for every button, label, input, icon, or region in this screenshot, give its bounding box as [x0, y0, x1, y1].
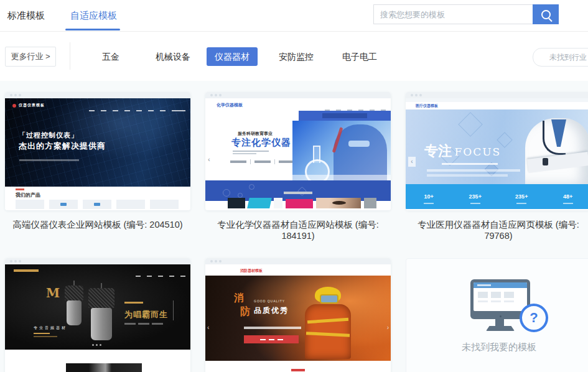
search-button[interactable]: [533, 4, 559, 24]
template-card-184191[interactable]: 化学仪器模板 服务科研教育事业 专注化学仪器 ‹: [205, 92, 391, 210]
firefighter-graphic: [299, 287, 358, 361]
carousel-left-icon: ‹: [408, 157, 416, 167]
side-label: 专业音频器材: [34, 325, 67, 331]
category-instrument-selected[interactable]: 仪器器材: [207, 47, 258, 66]
subtext-bar: [244, 327, 301, 329]
hexagon-decoration: [458, 112, 483, 137]
question-mark-icon: ?: [520, 304, 548, 332]
lab-scientist-photo: [292, 121, 391, 180]
subtext-bars: [124, 323, 163, 325]
active-tab-underline: [65, 29, 120, 30]
quality-english-label: GOOD QUALITY: [254, 299, 285, 303]
fire-hero-banner: 消 防 GOOD QUALITY 品质优秀 ‹ ›: [205, 276, 391, 361]
section-title-bar-red: [291, 369, 305, 371]
search-input[interactable]: [373, 4, 533, 24]
screen-content-lines: [474, 298, 527, 302]
template-preview: 仪器仪表模板 「过程控制仪表」 杰出的方案解决提供商 我们的产品: [5, 92, 190, 210]
carousel-dots: [92, 344, 101, 346]
microphone-label-bar: [124, 302, 143, 304]
browser-chrome-bar: [205, 258, 391, 264]
template-marketplace-page: 标准模板 自适应模板 更多行业 > 五金 机械设备 仪器器材 安防监控 电子电工…: [0, 0, 588, 372]
preview-logo: 化学仪器模板: [217, 102, 243, 108]
browser-chrome-bar: [5, 258, 190, 264]
preview-headline-2: 杰出的方案解决提供商: [19, 141, 106, 152]
filter-divider: [70, 42, 70, 70]
tab-standard-templates[interactable]: 标准模板: [7, 0, 45, 31]
vertical-headline-char: 防: [240, 305, 250, 319]
preview-subtext-bar: [19, 159, 79, 161]
preview-hero: 化学仪器模板 服务科研教育事业 专注化学仪器 ‹: [205, 98, 391, 210]
preview-logo: 医疗仪器模板: [416, 103, 438, 109]
tab-adaptive-templates[interactable]: 自适应模板: [70, 0, 117, 31]
template-preview: 消防器材模板 消 防 GOOD QUALITY 品质优秀: [205, 258, 391, 372]
category-hardware[interactable]: 五金: [93, 47, 128, 66]
category-electronics[interactable]: 电子电工: [336, 47, 383, 66]
template-caption[interactable]: 高端仪器仪表企业网站模板 (编号: 204510): [5, 219, 190, 231]
preview-logo: 消防器材模板: [240, 268, 263, 274]
logo-icon: [12, 104, 16, 108]
stat-item: 48+: [545, 184, 588, 209]
subtext-bar: [427, 174, 508, 177]
product-thumbnails: [16, 200, 179, 209]
template-preview: 化学仪器模板 服务科研教育事业 专注化学仪器 ‹: [205, 92, 391, 210]
screen-content-blocks: [474, 288, 527, 298]
preview-nav-menu: [83, 105, 185, 116]
doctor-photo: [518, 109, 588, 184]
medical-hero-banner: 专注 FOCUS ‹: [406, 109, 588, 184]
microphone-graphic-large: [88, 283, 114, 340]
template-preview: 医疗仪器模板 专注 FOCUS: [406, 92, 588, 210]
subtext-bar: [233, 151, 269, 152]
cta-button-graphic: [244, 335, 299, 343]
preview-headline-1: 「过程控制仪表」: [19, 131, 78, 140]
stat-item: 235+: [498, 184, 545, 209]
template-caption[interactable]: 专业医用仪器器材自适应网页模板 (编号: 79768): [406, 219, 588, 241]
products-red-label: [16, 188, 24, 190]
template-card-fire[interactable]: 消防器材模板 消 防 GOOD QUALITY 品质优秀: [205, 258, 391, 372]
preview-nav-menu: [129, 270, 185, 281]
carousel-left-icon: ‹: [208, 156, 210, 163]
monitor-stand-neck: [495, 319, 504, 326]
template-preview: M 为唱霸而生 专业音频器材: [5, 258, 190, 372]
preview-hero: M 为唱霸而生 专业音频器材: [5, 264, 190, 350]
preview-logo: 仪器仪表模板: [12, 103, 45, 108]
preview-hero: 消防器材模板 消 防 GOOD QUALITY 品质优秀: [205, 264, 391, 372]
top-header: 标准模板 自适应模板: [0, 0, 588, 32]
preview-tagline: 服务科研教育事业: [238, 131, 273, 137]
product-photo-strip: [66, 363, 142, 372]
not-found-label: 未找到我要的模板: [406, 342, 588, 353]
template-not-found-card[interactable]: ? 未找到我要的模板: [406, 258, 588, 372]
helmet-visor: [320, 294, 338, 304]
preview-headline: 专注化学仪器: [231, 137, 291, 149]
scientist-silhouette: [334, 124, 387, 180]
preview-headline: 为唱霸而生: [124, 309, 168, 320]
monitor-screen: [474, 282, 527, 311]
more-industries-button[interactable]: 更多行业 >: [5, 47, 56, 67]
stat-item: 235+: [452, 184, 499, 209]
screen-header-bar: [474, 282, 527, 288]
monogram-letter: M: [46, 286, 60, 300]
blue-ribbon-banner: [299, 111, 391, 121]
subtext-bar: [233, 153, 256, 154]
preview-headline: 专注 FOCUS: [424, 142, 501, 160]
preview-products-section: 我们的产品: [5, 187, 190, 210]
microphone-graphic-small: [65, 281, 83, 325]
side-accent-bar: [34, 336, 57, 337]
industry-not-found-button[interactable]: 未找到行业: [533, 48, 588, 67]
section-title-bar: [284, 192, 312, 194]
top-strip: [406, 98, 588, 102]
preview-logo-bar: [14, 269, 39, 272]
template-caption[interactable]: 专业化学仪器器材自适应网站模板 (编号: 184191): [205, 219, 391, 241]
vertical-headline-char: 消: [234, 292, 244, 305]
template-card-audio[interactable]: M 为唱霸而生 专业音频器材: [5, 258, 190, 372]
search-icon: [541, 10, 551, 19]
category-machinery[interactable]: 机械设备: [149, 47, 197, 66]
monitor-chin-dot: [500, 315, 502, 317]
preview-hero: 仪器仪表模板 「过程控制仪表」 杰出的方案解决提供商: [5, 98, 190, 187]
watch-graphic: [543, 158, 548, 165]
template-card-204510[interactable]: 仪器仪表模板 「过程控制仪表」 杰出的方案解决提供商 我们的产品 高端仪器仪表企…: [5, 92, 190, 210]
preview-headline: 品质优秀: [254, 305, 289, 316]
subtext-bar: [442, 163, 498, 165]
browser-chrome-bar: [406, 92, 588, 98]
category-security[interactable]: 安防监控: [273, 47, 320, 66]
template-card-79768[interactable]: 医疗仪器模板 专注 FOCUS: [406, 92, 588, 210]
